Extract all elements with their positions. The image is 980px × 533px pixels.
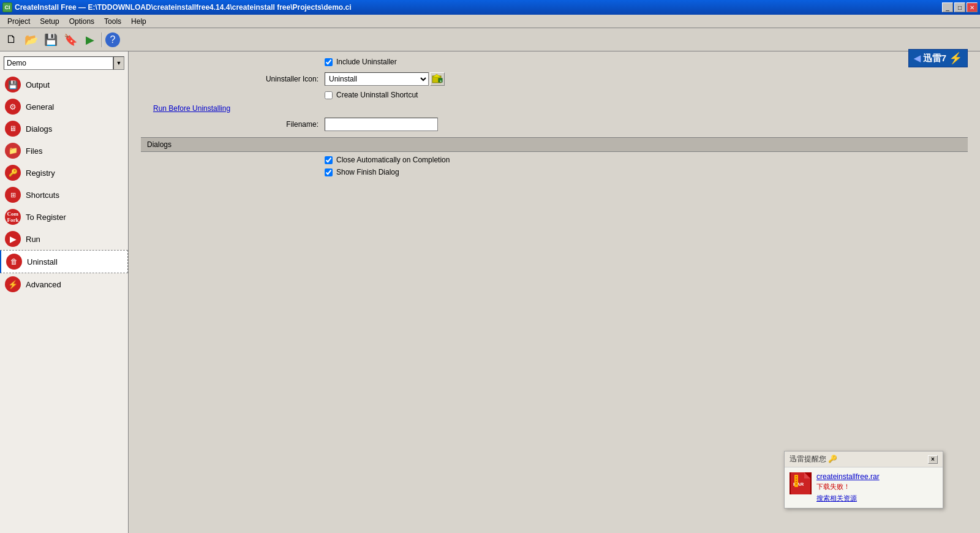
svg-rect-12 — [796, 483, 797, 485]
create-shortcut-label: Create Uninstall Shortcut — [336, 91, 418, 99]
menu-help[interactable]: Help — [126, 16, 151, 27]
filename-label: Filename: — [239, 120, 325, 129]
uninstaller-icon-label: Uninstaller Icon: — [239, 75, 325, 83]
popup-file-icon: RAR — [790, 472, 812, 494]
filename-input[interactable] — [325, 118, 438, 131]
menu-options[interactable]: Options — [64, 16, 99, 27]
popup-body: RAR createinstallfree.rar 下载失败！ 搜索相关资源 — [785, 467, 943, 508]
sidebar-item-output[interactable]: 💾 Output — [0, 74, 128, 96]
sidebar-item-files[interactable]: 📁 Files — [0, 140, 128, 162]
svg-text:+: + — [440, 79, 442, 83]
sidebar-item-dialogs[interactable]: 🖥 Dialogs — [0, 118, 128, 140]
include-uninstaller-row: Include Uninstaller — [141, 58, 968, 66]
uninstaller-icon-row: Uninstaller Icon: Uninstall + — [239, 72, 968, 86]
uninstaller-icon-select[interactable]: Uninstall — [325, 72, 429, 86]
rar-file-icon: RAR — [791, 472, 810, 494]
menu-project[interactable]: Project — [2, 16, 35, 27]
brand-widget[interactable]: ◀ 迅雷7 ⚡ — [908, 49, 968, 67]
popup-info: createinstallfree.rar 下载失败！ 搜索相关资源 — [816, 472, 938, 503]
sidebar-item-general[interactable]: ⚙ General — [0, 96, 128, 118]
properties-button[interactable]: 🔖 — [61, 31, 80, 49]
to-register-icon: ComFork — [5, 209, 21, 225]
save-button[interactable]: 💾 — [42, 31, 60, 49]
sidebar-item-shortcuts[interactable]: ⊞ Shortcuts — [0, 184, 128, 206]
sidebar-label-uninstall: Uninstall — [27, 257, 58, 266]
sidebar-item-registry[interactable]: 🔑 Registry — [0, 162, 128, 184]
sidebar-item-to-register[interactable]: ComFork To Register — [0, 206, 128, 228]
sidebar-label-run: Run — [26, 235, 40, 244]
browse-icon-button[interactable]: + — [430, 72, 445, 86]
help-button[interactable]: ? — [105, 32, 120, 47]
close-button[interactable]: ✕ — [967, 2, 978, 12]
browse-icon: + — [432, 74, 443, 85]
toolbar-separator — [102, 32, 103, 47]
project-dropdown: Demo ▼ — [4, 56, 124, 70]
download-popup: 迅雷提醒您 🔑 × RAR createinstallfree.rar 下载失败… — [784, 451, 943, 508]
run-button[interactable]: ▶ — [81, 31, 99, 49]
titlebar: CI CreateInstall Free — E:\TDDOWNLOAD\cr… — [0, 0, 980, 15]
sidebar-label-general: General — [26, 102, 54, 112]
sidebar-label-advanced: Advanced — [26, 280, 61, 289]
popup-header: 迅雷提醒您 🔑 × — [785, 452, 943, 467]
svg-rect-9 — [796, 476, 797, 477]
close-automatically-label: Close Automatically on Completion — [336, 156, 450, 164]
sidebar-item-run[interactable]: ▶ Run — [0, 228, 128, 250]
titlebar-controls: _ □ ✕ — [942, 2, 978, 12]
popup-actions: 搜索相关资源 — [816, 494, 938, 503]
include-uninstaller-checkbox[interactable] — [325, 58, 333, 66]
project-select[interactable]: Demo — [4, 56, 113, 70]
show-finish-dialog-row: Show Finish Dialog — [141, 168, 968, 176]
sidebar-label-to-register: To Register — [26, 213, 66, 222]
popup-close-button[interactable]: × — [928, 455, 938, 464]
sidebar-label-output: Output — [26, 80, 50, 89]
brand-lightning: ⚡ — [949, 51, 962, 65]
sidebar-label-shortcuts: Shortcuts — [26, 191, 59, 200]
dialogs-header-text: Dialogs — [147, 140, 172, 149]
run-icon: ▶ — [5, 231, 21, 247]
svg-rect-11 — [796, 481, 797, 482]
open-button[interactable]: 📂 — [22, 31, 40, 49]
brand-arrow: ◀ — [914, 53, 921, 63]
brand-text: 迅雷7 — [923, 53, 946, 64]
advanced-icon: ⚡ — [5, 276, 21, 292]
sidebar-item-advanced[interactable]: ⚡ Advanced — [0, 273, 128, 295]
create-shortcut-checkbox[interactable] — [325, 91, 333, 99]
app-icon: CI — [2, 2, 12, 12]
maximize-button[interactable]: □ — [954, 2, 965, 12]
close-automatically-row: Close Automatically on Completion — [141, 156, 968, 164]
sidebar-label-files: Files — [26, 146, 42, 156]
general-icon: ⚙ — [5, 99, 21, 115]
popup-filename[interactable]: createinstallfree.rar — [816, 472, 938, 481]
show-finish-dialog-label: Show Finish Dialog — [336, 168, 399, 176]
menu-tools[interactable]: Tools — [99, 16, 126, 27]
toolbar: 🗋 📂 💾 🔖 ▶ ? — [0, 28, 980, 51]
sidebar-label-registry: Registry — [26, 168, 55, 178]
menu-setup[interactable]: Setup — [35, 16, 64, 27]
create-shortcut-row: Create Uninstall Shortcut — [141, 91, 968, 99]
run-before-link[interactable]: Run Before Uninstalling — [153, 104, 230, 113]
uninstaller-icon-select-group: Uninstall + — [325, 72, 445, 86]
dialogs-icon: 🖥 — [5, 121, 21, 137]
popup-search-link[interactable]: 搜索相关资源 — [816, 494, 857, 503]
dialogs-section-header: Dialogs — [141, 137, 968, 152]
titlebar-title: CreateInstall Free — E:\TDDOWNLOAD\creat… — [15, 3, 352, 12]
show-finish-dialog-checkbox[interactable] — [325, 168, 333, 176]
popup-status: 下载失败！ — [816, 482, 938, 491]
filename-row: Filename: — [239, 118, 968, 131]
files-icon: 📁 — [5, 143, 21, 159]
close-automatically-checkbox[interactable] — [325, 156, 333, 164]
minimize-button[interactable]: _ — [942, 2, 953, 12]
registry-icon: 🔑 — [5, 165, 21, 181]
menubar: Project Setup Options Tools Help — [0, 15, 980, 28]
sidebar-item-uninstall[interactable]: 🗑 Uninstall — [0, 250, 128, 273]
output-icon: 💾 — [5, 77, 21, 93]
uninstall-icon: 🗑 — [6, 254, 22, 270]
titlebar-left: CI CreateInstall Free — E:\TDDOWNLOAD\cr… — [2, 2, 352, 12]
sidebar: Demo ▼ 💾 Output ⚙ General 🖥 Dialogs 📁 — [0, 51, 129, 533]
svg-rect-10 — [796, 478, 797, 480]
new-button[interactable]: 🗋 — [2, 31, 21, 49]
include-uninstaller-label: Include Uninstaller — [336, 58, 397, 66]
project-dropdown-arrow[interactable]: ▼ — [113, 56, 124, 70]
sidebar-label-dialogs: Dialogs — [26, 124, 52, 134]
popup-header-text: 迅雷提醒您 🔑 — [790, 454, 837, 464]
